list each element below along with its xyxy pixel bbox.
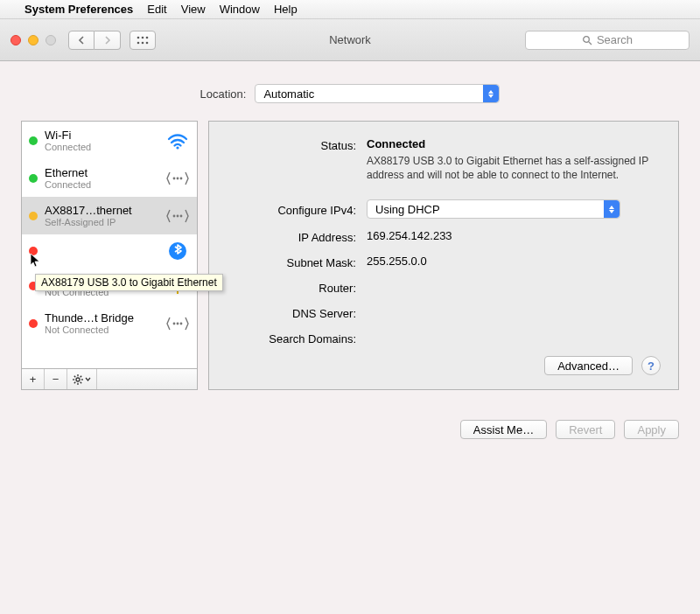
menu-view[interactable]: View: [181, 3, 206, 16]
dns-server-label: DNS Server:: [227, 305, 367, 320]
configure-ipv4-label: Configure IPv4:: [227, 202, 367, 217]
svg-point-3: [137, 41, 140, 44]
location-value: Automatic: [263, 87, 314, 101]
svg-point-21: [177, 322, 179, 324]
service-actions-button[interactable]: [67, 369, 97, 389]
advanced-button[interactable]: Advanced…: [544, 356, 633, 375]
bottom-bar: Assist Me… Revert Apply: [0, 401, 700, 439]
svg-point-13: [177, 214, 179, 217]
search-domains-label: Search Domains:: [227, 331, 367, 345]
menubar: System Preferences Edit View Window Help: [0, 0, 700, 19]
sidebar-footer: + −: [22, 368, 197, 389]
forward-button[interactable]: [94, 31, 121, 50]
sidebar-footer-spacer: [97, 369, 197, 389]
window-controls: [10, 35, 56, 45]
svg-line-30: [74, 382, 76, 384]
service-status: Not Connected: [45, 324, 158, 335]
service-name: AX8817…thernet: [45, 204, 158, 217]
ip-address-value: 169.254.142.233: [367, 229, 661, 242]
svg-point-8: [176, 146, 178, 149]
chevron-right-icon: [104, 36, 111, 45]
configure-ipv4-select[interactable]: Using DHCP: [367, 199, 620, 219]
svg-line-29: [80, 382, 82, 384]
svg-point-20: [173, 322, 176, 324]
service-ethernet[interactable]: EthernetConnected: [22, 159, 197, 197]
svg-point-2: [146, 36, 149, 38]
revert-button: Revert: [556, 420, 615, 439]
service-wifi[interactable]: Wi-FiConnected: [22, 122, 197, 159]
close-window-button[interactable]: [10, 35, 21, 45]
ethernet-icon: [165, 314, 190, 333]
subnet-mask-value: 255.255.0.0: [367, 255, 661, 268]
configure-ipv4-value: Using DHCP: [375, 203, 440, 216]
location-select[interactable]: Automatic: [255, 84, 500, 103]
status-value: Connected: [367, 137, 661, 150]
wifi-icon: [165, 131, 190, 150]
menu-edit[interactable]: Edit: [147, 3, 166, 16]
tooltip: AX88179 USB 3.0 to Gigabit Ethernet: [35, 274, 223, 291]
svg-point-9: [173, 177, 176, 179]
grid-icon: [136, 36, 149, 45]
router-label: Router:: [227, 280, 367, 295]
assist-me-button[interactable]: Assist Me…: [460, 420, 547, 439]
gear-icon: [73, 374, 83, 385]
chevron-updown-icon: [604, 200, 620, 218]
status-dot: [29, 212, 38, 220]
svg-point-5: [146, 41, 149, 44]
app-menu[interactable]: System Preferences: [24, 3, 133, 16]
svg-point-12: [173, 214, 176, 217]
menu-help[interactable]: Help: [274, 3, 298, 16]
svg-point-1: [142, 36, 144, 38]
back-button[interactable]: [68, 31, 94, 50]
svg-line-31: [80, 376, 82, 378]
chevron-updown-icon: [483, 85, 499, 102]
svg-line-7: [589, 42, 592, 45]
ethernet-icon: [165, 169, 190, 188]
svg-point-23: [76, 378, 80, 381]
ip-address-label: IP Address:: [227, 229, 367, 244]
menu-window[interactable]: Window: [220, 3, 260, 16]
service-status: Connected: [45, 179, 158, 190]
ethernet-icon: [165, 206, 190, 226]
help-button[interactable]: ?: [641, 356, 661, 375]
add-service-button[interactable]: +: [22, 369, 45, 389]
service-name: Wi-Fi: [45, 129, 158, 142]
service-thunderbolt-bridge[interactable]: Thunde…t BridgeNot Connected: [22, 304, 197, 342]
services-sidebar: Wi-FiConnected EthernetConnected AX8817……: [21, 121, 198, 390]
status-description: AX88179 USB 3.0 to Gigabit Ethernet has …: [367, 154, 661, 182]
svg-point-10: [177, 177, 179, 179]
apply-button: Apply: [624, 420, 679, 439]
chevron-down-icon: [85, 377, 91, 381]
subnet-mask-label: Subnet Mask:: [227, 255, 367, 269]
service-bluetooth-pan[interactable]: Bluetooth PANNot Connected: [22, 234, 197, 267]
service-ax88179[interactable]: AX8817…thernetSelf-Assigned IP: [22, 197, 197, 234]
svg-point-22: [180, 322, 183, 324]
window-title: Network: [329, 33, 371, 46]
search-placeholder: Search: [597, 33, 633, 46]
search-field[interactable]: Search: [525, 31, 690, 50]
status-label: Status:: [227, 137, 367, 152]
toolbar: Network Search: [0, 19, 700, 61]
svg-point-14: [180, 214, 183, 217]
remove-service-button[interactable]: −: [45, 369, 67, 389]
svg-line-28: [74, 376, 76, 378]
location-label: Location:: [200, 87, 247, 101]
show-all-button[interactable]: [130, 31, 156, 50]
detail-panel: Status: Connected AX88179 USB 3.0 to Gig…: [208, 121, 679, 390]
service-status: Self-Assigned IP: [45, 217, 158, 227]
location-row: Location: Automatic: [0, 61, 700, 121]
service-name: Ethernet: [45, 166, 158, 179]
status-dot: [29, 174, 38, 183]
status-dot: [29, 136, 38, 145]
svg-point-4: [142, 41, 144, 44]
minimize-window-button[interactable]: [28, 35, 38, 45]
nav-back-forward: [68, 31, 121, 50]
zoom-window-button: [46, 35, 56, 45]
cursor-icon: [30, 253, 42, 269]
svg-point-11: [180, 177, 183, 179]
service-name: Thunde…t Bridge: [45, 311, 158, 324]
svg-point-0: [137, 36, 140, 38]
svg-point-6: [584, 36, 590, 42]
bluetooth-icon: [165, 241, 190, 261]
status-dot: [29, 319, 38, 328]
